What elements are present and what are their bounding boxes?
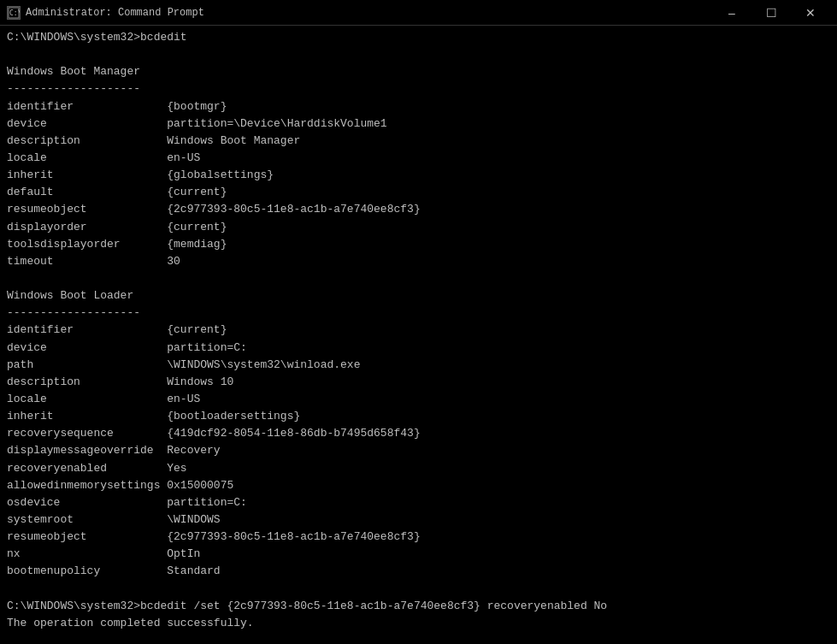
wbl-recoveryenabled: recoveryenabled Yes [7,460,830,477]
wbm-identifier: identifier {bootmgr} [7,98,830,115]
wbl-displaymessageoverride: displaymessageoverride Recovery [7,442,830,459]
command-line-2: C:\WINDOWS\system32>bcdedit /set {2c9773… [7,598,830,615]
wbm-displayorder: displayorder {current} [7,219,830,236]
svg-text:C:\: C:\ [9,9,20,17]
wbl-systemroot: systemroot \WINDOWS [7,511,830,529]
app-icon: C:\ [7,6,21,20]
window-title: Administrator: Command Prompt [26,7,204,19]
wbl-inherit: inherit {bootloadersettings} [7,408,830,425]
wbl-identifier: identifier {current} [7,322,830,339]
close-button[interactable]: ✕ [791,0,830,26]
wbl-device: device partition=C: [7,340,830,357]
minimize-button[interactable]: – [712,0,752,26]
blank-2 [7,270,830,287]
wbl-nx: nx OptIn [7,546,830,563]
wbm-separator: -------------------- [7,80,830,97]
wbl-locale: locale en-US [7,391,830,408]
command-line-1: C:\WINDOWS\system32>bcdedit [7,29,830,46]
wbm-inherit: inherit {globalsettings} [7,167,830,184]
wbm-device: device partition=\Device\HarddiskVolume1 [7,115,830,133]
wbl-bootmenupolicy: bootmenupolicy Standard [7,563,830,580]
wbm-description: description Windows Boot Manager [7,133,830,150]
terminal-content: C:\WINDOWS\system32>bcdedit Windows Boot… [0,26,837,644]
wbm-locale: locale en-US [7,150,830,167]
title-bar-left: C:\ Administrator: Command Prompt [7,6,204,20]
wbl-path: path \WINDOWS\system32\winload.exe [7,357,830,374]
window-controls[interactable]: – ☐ ✕ [712,0,830,26]
wbl-separator: -------------------- [7,304,830,322]
blank-4 [7,632,830,644]
wbm-resumeobject: resumeobject {2c977393-80c5-11e8-ac1b-a7… [7,201,830,218]
wbm-timeout: timeout 30 [7,253,830,270]
title-bar: C:\ Administrator: Command Prompt – ☐ ✕ [0,0,837,26]
wbl-recoverysequence: recoverysequence {419dcf92-8054-11e8-86d… [7,425,830,442]
wbm-default: default {current} [7,184,830,201]
blank-1 [7,46,830,63]
wbl-resumeobject: resumeobject {2c977393-80c5-11e8-ac1b-a7… [7,529,830,546]
wbl-osdevice: osdevice partition=C: [7,494,830,511]
result-1: The operation completed successfully. [7,615,830,632]
blank-3 [7,581,830,598]
wbl-description: description Windows 10 [7,374,830,391]
wbl-allowedinmemorysettings: allowedinmemorysettings 0x15000075 [7,477,830,494]
wbl-header: Windows Boot Loader [7,287,830,304]
wbm-toolsdisplayorder: toolsdisplayorder {memdiag} [7,236,830,253]
wbm-header: Windows Boot Manager [7,63,830,80]
maximize-button[interactable]: ☐ [752,0,791,26]
